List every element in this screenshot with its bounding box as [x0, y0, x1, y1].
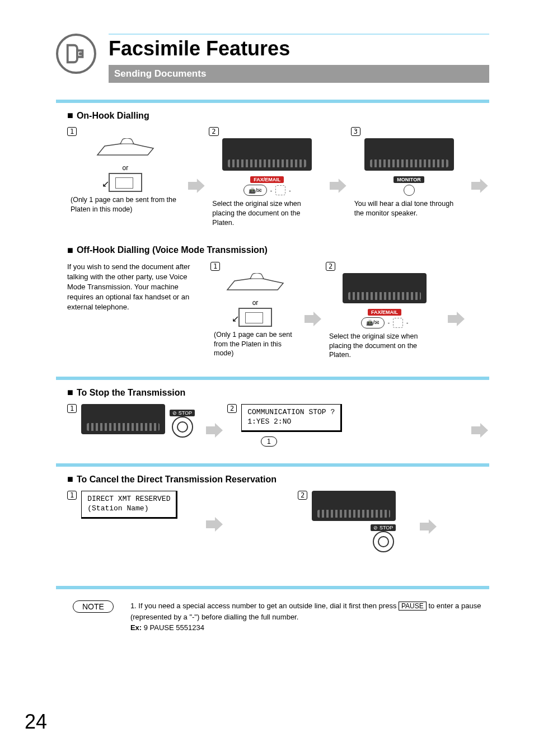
section-on-hook: ■ On-Hook Dialling [67, 110, 489, 121]
fax-email-button-icon: 📠/✉ [361, 317, 385, 328]
section-off-hook: ■ Off-Hook Dialling (Voice Mode Transmis… [67, 245, 489, 256]
control-panel-illustration [312, 491, 396, 521]
caption: (Only 1 page can be sent from the Platen… [210, 330, 300, 359]
fax-email-badge: FAX/EMAIL [250, 176, 284, 183]
caption: Select the original size when placing th… [209, 199, 325, 228]
step-number: 1 [67, 491, 77, 500]
adf-illustration [224, 273, 286, 295]
arrow-right-icon [470, 176, 489, 195]
arrow-right-icon [419, 517, 438, 536]
step-number: 3 [351, 127, 360, 136]
control-panel-illustration [364, 138, 454, 171]
arrow-right-icon [470, 421, 489, 440]
step-number: 2 [209, 127, 218, 136]
stop-badge: ⊘ STOP [170, 410, 195, 416]
caption: (Only 1 page can be sent from the Platen… [67, 195, 184, 214]
arrow-right-icon [303, 309, 322, 328]
section-cancel: ■ To Cancel the Direct Transmission Rese… [67, 473, 489, 485]
lcd-display: DIRECT XMT RESERVED (Station Name) [81, 491, 177, 519]
platen-illustration [238, 308, 272, 327]
fax-email-button-icon: 📠/✉ [243, 185, 267, 196]
original-size-icon [393, 318, 403, 328]
platen-illustration [109, 173, 142, 192]
arrow-right-icon [329, 176, 348, 195]
control-panel-illustration [81, 404, 165, 434]
arrow-right-icon [205, 515, 224, 534]
step-number: 1 [67, 404, 77, 413]
step-number: 2 [326, 262, 335, 271]
step-number: 1 [67, 127, 77, 136]
step-number: 1 [210, 262, 220, 271]
caption: Select the original size when placing th… [326, 332, 443, 360]
divider [56, 100, 489, 103]
step-number: 2 [298, 491, 307, 500]
control-panel-illustration [343, 273, 427, 303]
or-label: or [123, 164, 129, 172]
page-subtitle: Sending Documents [109, 65, 489, 83]
stop-button-icon [172, 416, 193, 438]
or-label: or [252, 299, 259, 307]
page-title: Facsimile Features [109, 37, 489, 60]
pause-key: PAUSE [399, 602, 427, 611]
svg-point-0 [79, 52, 82, 55]
original-size-icon [275, 185, 285, 195]
section-stop: ■ To Stop the Transmission [67, 387, 489, 398]
caption: You will hear a dial tone through the mo… [351, 199, 467, 218]
keypad-1-button: 1 [261, 436, 277, 447]
monitor-button-icon [404, 185, 415, 196]
lcd-display: COMMUNICATION STOP ? 1:YES 2:NO [241, 404, 342, 432]
note-badge: NOTE [73, 600, 114, 613]
stop-button-icon [373, 531, 394, 552]
step-number: 2 [227, 404, 237, 413]
arrow-right-icon [187, 176, 206, 195]
divider [56, 377, 489, 380]
note-text: 1. If you need a special access number t… [130, 600, 489, 633]
intro-text: If you wish to send the document after t… [67, 262, 202, 313]
monitor-badge: MONITOR [394, 176, 424, 183]
stop-badge: ⊘ STOP [371, 524, 396, 531]
control-panel-illustration [222, 138, 312, 171]
fax-section-icon [56, 34, 96, 74]
adf-illustration [95, 138, 156, 161]
page-number: 24 [25, 710, 47, 734]
fax-email-badge: FAX/EMAIL [368, 309, 401, 316]
arrow-right-icon [447, 309, 466, 328]
divider [56, 463, 489, 467]
arrow-right-icon [205, 421, 224, 440]
